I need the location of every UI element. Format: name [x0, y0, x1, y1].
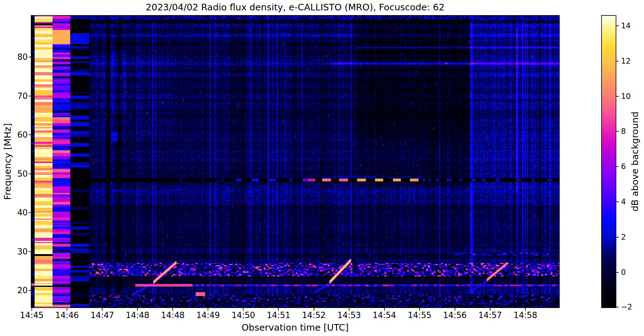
y-tick-mark — [29, 96, 31, 96]
x-tick-label: 14:58 — [514, 310, 537, 320]
chart-title: 2023/04/02 Radio flux density, e-CALLIST… — [146, 2, 445, 13]
colorbar-tick-label: 2 — [621, 233, 626, 242]
x-axis-label: Observation time [UTC] — [242, 322, 349, 333]
y-tick-label: 60 — [17, 130, 28, 140]
colorbar-tick-label: 10 — [621, 92, 631, 101]
y-tick-label: 70 — [17, 91, 28, 101]
y-axis-label: Frequency [MHz] — [2, 123, 13, 200]
x-tick-label: 14:47 — [91, 310, 114, 320]
x-tick-label: 14:51 — [267, 310, 290, 320]
colorbar-tick-label: 6 — [621, 162, 626, 171]
y-tick-mark — [29, 212, 31, 213]
x-tick-label: 14:54 — [372, 310, 396, 320]
colorbar-tick-label: 8 — [621, 127, 626, 136]
colorbar-tick-mark — [616, 202, 619, 202]
x-tick-label: 14:57 — [478, 310, 502, 320]
x-tick-label: 14:56 — [443, 310, 467, 320]
y-tick-label: 50 — [17, 169, 28, 179]
colorbar-tick-mark — [616, 237, 619, 237]
x-tick-label: 14:48 — [126, 310, 149, 320]
colorbar-tick-label: 4 — [621, 197, 626, 206]
figure-root: { "title": "2023/04/02 Radio flux densit… — [0, 0, 644, 336]
colorbar-tick-mark — [616, 131, 619, 132]
x-tick-label: 14:48 — [161, 310, 185, 320]
y-tick-mark — [29, 134, 31, 135]
y-tick-label: 30 — [17, 247, 28, 256]
y-tick-mark — [29, 290, 31, 291]
colorbar-tick-mark — [616, 307, 619, 307]
colorbar-tick-mark — [616, 272, 619, 273]
colorbar-label: dB above background — [630, 111, 640, 211]
x-tick-label: 14:46 — [55, 310, 79, 320]
y-tick-label: 40 — [17, 208, 28, 217]
x-tick-label: 14:45 — [20, 310, 44, 320]
colorbar-tick-mark — [616, 96, 619, 97]
y-tick-mark — [29, 57, 31, 57]
x-tick-label: 14:50 — [232, 310, 255, 320]
x-tick-label: 14:52 — [302, 310, 326, 320]
colorbar-tick-mark — [616, 26, 619, 26]
y-tick-label: 20 — [17, 286, 28, 295]
colorbar-tick-label: −2 — [621, 303, 632, 311]
colorbar-tick-label: 12 — [621, 57, 631, 65]
spectrogram-canvas — [31, 16, 559, 307]
colorbar-tick-label: 0 — [621, 268, 626, 277]
colorbar-tick-mark — [616, 61, 619, 61]
y-tick-label: 80 — [17, 52, 28, 62]
colorbar-tick-mark — [616, 166, 619, 167]
colorbar-gradient — [602, 16, 616, 307]
colorbar-tick-label: 14 — [621, 21, 631, 30]
x-tick-label: 14:49 — [196, 310, 220, 320]
y-tick-mark — [29, 174, 31, 174]
x-tick-label: 14:53 — [337, 310, 361, 320]
x-tick-label: 14:55 — [408, 310, 431, 320]
y-tick-mark — [29, 251, 31, 252]
